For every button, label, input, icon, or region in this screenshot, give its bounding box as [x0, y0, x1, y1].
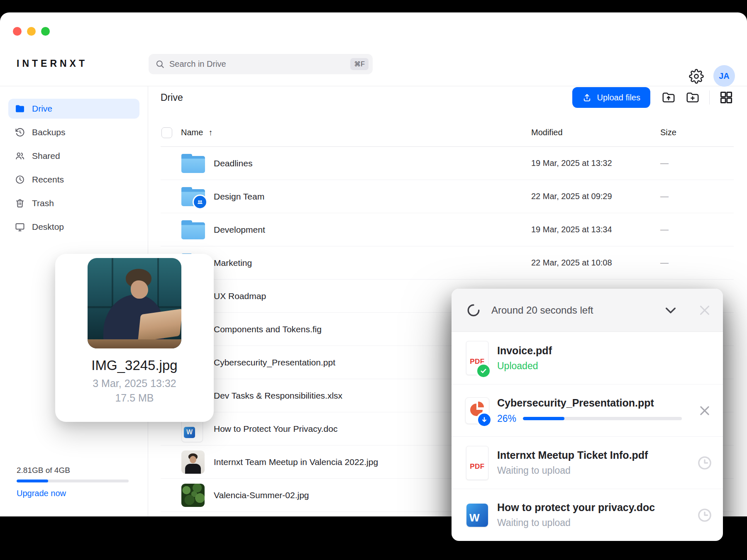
grid-view-button[interactable] [719, 90, 734, 105]
upload-progress-fill [523, 417, 564, 420]
upgrade-now-link[interactable]: Upgrade now [17, 489, 129, 498]
preview-modified-date: 3 Mar, 2025 13:32 [55, 377, 214, 390]
column-header-size[interactable]: Size [660, 128, 734, 137]
backups-history-icon [15, 127, 25, 138]
upload-item: Cybersecurity_Presentation.ppt 26% [452, 384, 723, 436]
file-modified: 19 Mar, 2025 at 13:34 [531, 225, 660, 234]
upload-item-filename: Invoice.pdf [497, 345, 723, 357]
sidebar-item-drive[interactable]: Drive [8, 99, 139, 119]
sidebar-item-trash[interactable]: Trash [8, 193, 139, 213]
page-header: Drive Upload files [148, 86, 747, 108]
upload-item-status: Uploaded [497, 360, 723, 372]
screenshot-stage: INTERNXT Search in Drive ⌘F JA [0, 0, 747, 560]
chevron-down-icon[interactable] [663, 302, 679, 318]
desktop-monitor-icon [15, 222, 25, 232]
search-icon [155, 59, 165, 69]
storage-usage: 2.81GB of 4GB Upgrade now [17, 466, 129, 498]
close-icon[interactable] [697, 302, 713, 318]
image-thumbnail [181, 484, 205, 507]
sidebar-item-recents[interactable]: Recents [8, 170, 139, 190]
word-logo-icon: W [184, 427, 195, 438]
waiting-clock-icon [696, 507, 713, 523]
shared-badge-icon [193, 195, 208, 209]
preview-filesize: 17.5 MB [55, 392, 214, 404]
user-avatar[interactable]: JA [713, 65, 735, 87]
sidebar-item-label: Trash [32, 198, 54, 208]
select-all-checkbox[interactable] [161, 127, 172, 138]
folder-icon [181, 220, 205, 239]
storage-usage-label: 2.81GB of 4GB [17, 466, 129, 475]
file-modified: 19 Mar, 2025 at 13:32 [531, 158, 660, 168]
zoom-window-button[interactable] [41, 27, 50, 36]
minimize-window-button[interactable] [27, 27, 36, 36]
upload-percent: 26% [497, 413, 516, 424]
pdf-file-icon: PDF [466, 446, 488, 480]
search-input[interactable]: Search in Drive ⌘F [149, 54, 373, 74]
file-name: Design Team [214, 192, 531, 202]
word-file-icon: W [466, 504, 488, 527]
table-row[interactable]: Development 19 Mar, 2025 at 13:34 — [161, 213, 734, 246]
upload-icon [582, 93, 592, 102]
sidebar-item-shared[interactable]: Shared [8, 146, 139, 166]
file-name: Deadlines [214, 158, 531, 168]
drive-folder-icon [15, 103, 25, 114]
table-row[interactable]: Design Team 22 Mar, 2025 at 09:29 — [161, 180, 734, 213]
waiting-clock-icon [696, 455, 713, 471]
upload-item: PDF Internxt Meetup Ticket Info.pdf Wait… [452, 436, 723, 489]
shared-people-icon [15, 151, 25, 161]
file-modified: 22 Mar, 2025 at 09:29 [531, 192, 660, 201]
upload-item-filename: How to protect your privacy.doc [497, 502, 723, 514]
uploading-arrow-icon [476, 412, 492, 428]
window-controls [13, 27, 50, 36]
page-title: Drive [161, 92, 183, 103]
recents-clock-icon [15, 174, 25, 185]
file-size: — [660, 158, 734, 168]
sidebar-item-label: Recents [32, 175, 64, 185]
upload-files-button[interactable]: Upload files [572, 87, 650, 108]
upload-item: W How to protect your privacy.doc Waitin… [452, 489, 723, 541]
upload-folder-button[interactable] [661, 90, 676, 105]
file-name: Marketing [214, 258, 531, 268]
table-row[interactable]: Deadlines 19 Mar, 2025 at 13:32 — [161, 147, 734, 180]
sidebar-item-label: Desktop [32, 222, 64, 232]
new-folder-button[interactable] [685, 90, 700, 105]
image-thumbnail [181, 450, 205, 474]
sidebar-item-backups[interactable]: Backups [8, 122, 139, 142]
storage-usage-bar [17, 480, 129, 482]
search-shortcut-badge: ⌘F [350, 58, 369, 70]
column-header-modified[interactable]: Modified [531, 128, 660, 137]
upload-item-filename: Internxt Meetup Ticket Info.pdf [497, 449, 723, 461]
trash-icon [15, 198, 25, 209]
file-modified: 22 Mar, 2025 at 10:08 [531, 258, 660, 268]
upload-item-status: Waiting to upload [497, 465, 723, 476]
sidebar-item-label: Drive [32, 104, 52, 114]
upload-progress-toast: Around 20 seconds left PDF [452, 289, 723, 541]
spinner-icon [466, 303, 481, 317]
sidebar-item-label: Backups [32, 127, 66, 137]
uploaded-check-icon [476, 363, 491, 379]
sort-ascending-icon: ↑ [208, 128, 212, 137]
file-size: — [660, 258, 734, 268]
folder-icon [181, 154, 205, 173]
preview-photo [88, 258, 181, 348]
storage-usage-fill [17, 480, 48, 482]
column-header-name[interactable]: Name ↑ [181, 128, 531, 137]
upload-files-label: Upload files [597, 93, 640, 102]
settings-gear-icon[interactable] [689, 69, 704, 84]
sidebar-item-label: Shared [32, 151, 60, 161]
toolbar-divider [709, 90, 710, 105]
upload-progress-bar [523, 417, 682, 420]
upload-item-status: Waiting to upload [497, 517, 723, 528]
sidebar-item-desktop[interactable]: Desktop [8, 217, 139, 237]
table-header: Name ↑ Modified Size [161, 108, 734, 147]
file-size: — [660, 225, 734, 234]
preview-filename: IMG_3245.jpg [55, 358, 214, 373]
close-window-button[interactable] [13, 27, 22, 36]
cancel-upload-icon[interactable] [696, 402, 713, 419]
pdf-file-icon: PDF [466, 341, 488, 375]
shared-folder-icon [181, 187, 205, 206]
table-row[interactable]: Marketing 22 Mar, 2025 at 10:08 — [161, 246, 734, 280]
file-preview-card: IMG_3245.jpg 3 Mar, 2025 13:32 17.5 MB [55, 254, 214, 422]
ppt-file-icon [465, 397, 489, 424]
upload-item: PDF Invoice.pdf Uploaded [452, 332, 723, 384]
